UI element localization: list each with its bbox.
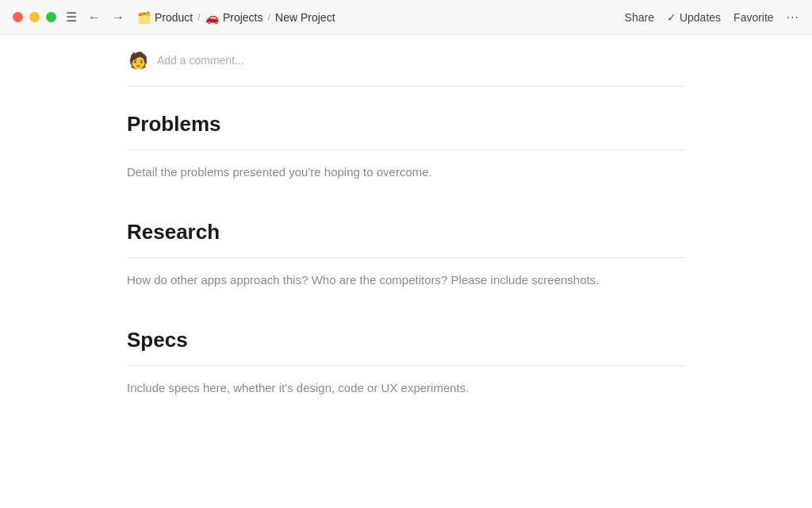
titlebar: ☰ ← → 🗂️ Product / 🚗 Projects / New Proj… [0,0,812,35]
section-body-research: How do other apps approach this? Who are… [127,271,685,302]
menu-icon[interactable]: ☰ [66,10,77,25]
avatar: 🧑 [127,49,149,71]
check-icon: ✓ [667,11,676,24]
workspace-label: Product [155,11,193,24]
projects-label: Projects [223,11,263,24]
breadcrumb: 🗂️ Product / 🚗 Projects / New Project [137,11,625,24]
section-divider-specs [127,365,685,366]
section-body-specs: Include specs here, whether it's design,… [127,379,685,410]
more-button[interactable]: ··· [787,10,799,25]
sections-container: Problems Detail the problems presented y… [127,112,685,410]
back-button[interactable]: ← [85,9,104,26]
section-title-research: Research [127,220,685,244]
comment-area: 🧑 Add a comment... [127,35,685,87]
forward-button[interactable]: → [109,9,128,26]
window-controls [13,12,56,22]
section-problems: Problems Detail the problems presented y… [127,112,685,194]
favorite-button[interactable]: Favorite [733,11,774,24]
workspace-emoji: 🗂️ [137,11,151,24]
section-title-specs: Specs [127,328,685,352]
section-body-problems: Detail the problems presented you're hop… [127,163,685,194]
section-divider-research [127,257,685,258]
section-research: Research How do other apps approach this… [127,220,685,302]
breadcrumb-separator-2: / [267,11,270,23]
projects-emoji: 🚗 [205,11,219,24]
avatar-emoji: 🧑 [128,51,148,70]
breadcrumb-current: New Project [275,11,335,24]
titlebar-actions: Share ✓ Updates Favorite ··· [625,10,799,25]
section-specs: Specs Include specs here, whether it's d… [127,328,685,410]
breadcrumb-separator-1: / [197,11,201,23]
updates-button[interactable]: ✓ Updates [667,11,721,24]
minimize-button[interactable] [29,12,40,22]
breadcrumb-projects[interactable]: 🚗 Projects [205,11,263,24]
main-content: 🧑 Add a comment... Problems Detail the p… [0,35,812,508]
nav-arrows: ← → [85,9,128,26]
maximize-button[interactable] [46,12,56,22]
section-divider-problems [127,149,685,150]
close-button[interactable] [13,12,23,22]
section-title-problems: Problems [127,112,685,137]
share-button[interactable]: Share [625,11,654,24]
breadcrumb-workspace[interactable]: 🗂️ Product [137,11,193,24]
updates-label: Updates [680,11,721,24]
comment-input[interactable]: Add a comment... [157,54,244,67]
